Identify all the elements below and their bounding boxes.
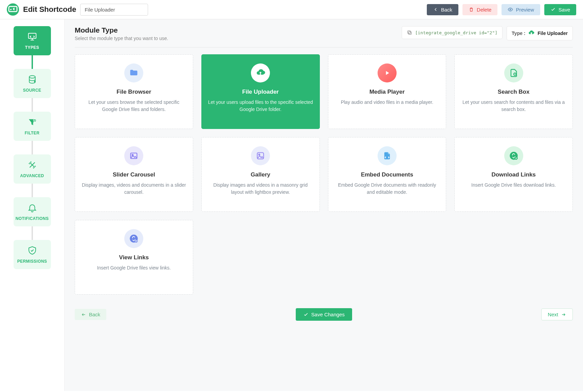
svg-point-1 [510, 9, 511, 10]
step-label: NOTIFICATIONS [16, 216, 49, 221]
step-connector [32, 55, 33, 69]
card-desc: Display images and videos in a masonry g… [208, 182, 313, 196]
card-desc: Let your users search for contents and f… [461, 99, 566, 113]
save-button-label: Save [559, 7, 570, 13]
save-button[interactable]: Save [544, 4, 576, 15]
step-notifications[interactable]: NOTIFICATIONS [14, 197, 51, 226]
step-connector [32, 226, 33, 240]
steps-sidebar: TYPES SOURCE FILTER ADVANCED NOTIFICATIO… [0, 19, 65, 391]
copy-icon [407, 30, 412, 35]
card-title: Media Player [369, 89, 405, 95]
play-icon [378, 63, 397, 82]
image-icon [124, 146, 143, 165]
app-logo [7, 3, 19, 16]
svg-rect-6 [409, 32, 412, 34]
arrow-right-icon [561, 312, 566, 317]
link-download-icon [504, 146, 523, 165]
file-search-icon [504, 63, 523, 82]
module-card-embed-documents[interactable]: Embed Documents Embed Google Drive docum… [328, 137, 447, 212]
filter-icon [27, 117, 37, 127]
module-card-file-uploader[interactable]: File Uploader Let your users upload file… [201, 54, 320, 129]
link-view-icon [124, 229, 143, 248]
check-icon [550, 7, 556, 12]
gallery-icon [251, 146, 270, 165]
arrow-left-icon [81, 312, 86, 317]
card-desc: Display images, videos and documents in … [81, 182, 187, 196]
card-desc: Insert Google Drive files download links… [471, 182, 556, 189]
delete-button[interactable]: Delete [462, 4, 497, 15]
step-advanced[interactable]: ADVANCED [14, 154, 51, 184]
card-title: View Links [119, 254, 149, 261]
footer-bar: Back Save Changes Next [75, 308, 573, 321]
card-title: File Uploader [242, 89, 279, 95]
preview-button-label: Preview [516, 7, 534, 13]
card-desc: Play audio and video files in a media pl… [341, 99, 433, 106]
footer-back-label: Back [89, 312, 100, 317]
divider [75, 47, 573, 48]
preview-button[interactable]: Preview [502, 4, 540, 15]
module-card-slider-carousel[interactable]: Slider Carousel Display images, videos a… [75, 137, 193, 212]
main-subtitle: Select the module type that you want to … [75, 36, 398, 41]
tools-icon [27, 160, 37, 170]
step-connector [32, 184, 33, 197]
svg-rect-7 [408, 31, 411, 34]
bell-icon [27, 203, 37, 213]
save-changes-button[interactable]: Save Changes [296, 308, 352, 321]
eye-icon [508, 7, 513, 12]
step-connector [32, 98, 33, 112]
step-source[interactable]: SOURCE [14, 69, 51, 98]
shield-icon [27, 245, 37, 256]
trash-icon [469, 7, 474, 12]
chevron-left-icon [433, 7, 438, 12]
back-button[interactable]: Back [427, 4, 458, 15]
step-label: PERMISSIONS [17, 259, 47, 264]
shortcode-chip[interactable]: [integrate_google_drive id="2"] [402, 26, 503, 39]
svg-point-4 [34, 81, 36, 82]
card-desc: Let your users upload files to the speci… [208, 99, 313, 113]
svg-rect-2 [28, 33, 36, 38]
cloud-upload-icon [528, 30, 535, 37]
page-title: Edit Shortcode [23, 5, 76, 14]
save-changes-label: Save Changes [311, 312, 345, 317]
svg-point-12 [259, 154, 260, 155]
module-card-gallery[interactable]: Gallery Display images and videos in a m… [201, 137, 320, 212]
database-icon [27, 74, 37, 85]
main-title: Module Type [75, 26, 398, 34]
step-permissions[interactable]: PERMISSIONS [14, 240, 51, 269]
module-card-view-links[interactable]: View Links Insert Google Drive files vie… [75, 220, 193, 295]
type-chip: Type : File Uploader [507, 26, 573, 40]
card-title: Slider Carousel [113, 171, 155, 178]
module-card-file-browser[interactable]: File Browser Let your users browse the s… [75, 54, 193, 129]
shortcode-name-input[interactable] [80, 4, 148, 16]
folder-icon [124, 63, 143, 82]
cloud-upload-icon [251, 63, 270, 82]
card-desc: Let your users browse the selected speci… [81, 99, 187, 113]
footer-back-button[interactable]: Back [75, 309, 106, 320]
monitor-code-icon [27, 32, 37, 42]
module-card-media-player[interactable]: Media Player Play audio and video files … [328, 54, 447, 129]
card-desc: Embed Google Drive documents with readon… [334, 182, 440, 196]
step-label: SOURCE [23, 88, 41, 93]
card-title: File Browser [116, 89, 151, 95]
card-title: Embed Documents [361, 171, 413, 178]
file-embed-icon [378, 146, 397, 165]
step-connector [32, 141, 33, 154]
type-chip-label: Type : [512, 31, 525, 36]
step-label: ADVANCED [20, 173, 44, 178]
svg-point-3 [29, 76, 35, 78]
back-button-label: Back [441, 7, 452, 13]
main-panel: Module Type Select the module type that … [65, 19, 583, 391]
module-cards: File Browser Let your users browse the s… [75, 54, 573, 295]
module-card-search-box[interactable]: Search Box Let your users search for con… [454, 54, 573, 129]
delete-button-label: Delete [477, 7, 491, 13]
step-types[interactable]: TYPES [14, 26, 51, 55]
card-title: Gallery [251, 171, 270, 178]
module-card-download-links[interactable]: Download Links Insert Google Drive files… [454, 137, 573, 212]
type-chip-value: File Uploader [538, 31, 568, 36]
card-title: Search Box [498, 89, 530, 95]
svg-point-8 [514, 73, 516, 75]
step-filter[interactable]: FILTER [14, 112, 51, 141]
next-button[interactable]: Next [541, 309, 573, 320]
step-label: TYPES [25, 45, 39, 50]
card-title: Download Links [491, 171, 535, 178]
